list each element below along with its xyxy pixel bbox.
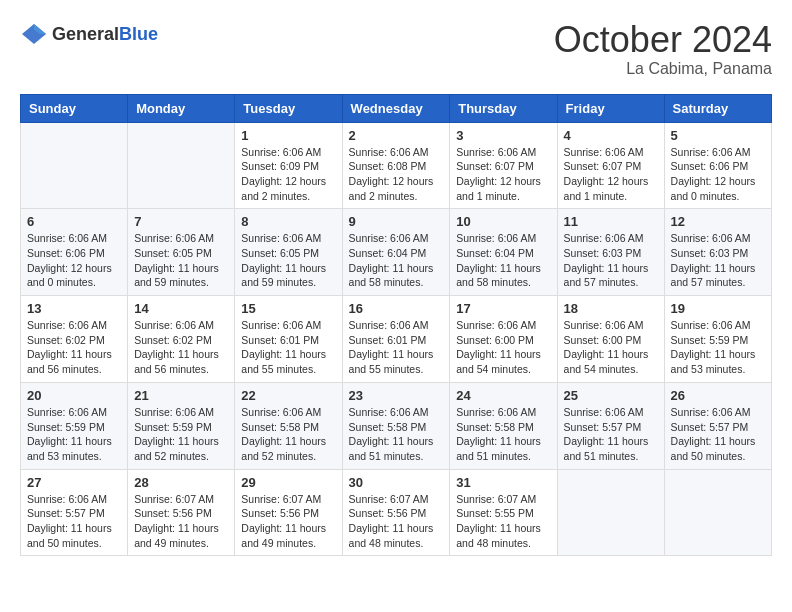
calendar-week-row: 1Sunrise: 6:06 AM Sunset: 6:09 PM Daylig… <box>21 122 772 209</box>
calendar-cell: 25Sunrise: 6:06 AM Sunset: 5:57 PM Dayli… <box>557 382 664 469</box>
calendar-cell: 30Sunrise: 6:07 AM Sunset: 5:56 PM Dayli… <box>342 469 450 556</box>
calendar-cell <box>21 122 128 209</box>
weekday-header: Monday <box>128 94 235 122</box>
month-title: October 2024 <box>554 20 772 60</box>
calendar-cell <box>664 469 771 556</box>
day-number: 13 <box>27 301 121 316</box>
logo-icon <box>20 20 48 48</box>
day-info: Sunrise: 6:06 AM Sunset: 6:06 PM Dayligh… <box>671 145 765 204</box>
calendar-cell: 8Sunrise: 6:06 AM Sunset: 6:05 PM Daylig… <box>235 209 342 296</box>
day-number: 4 <box>564 128 658 143</box>
logo-general: General <box>52 24 119 44</box>
calendar-cell: 29Sunrise: 6:07 AM Sunset: 5:56 PM Dayli… <box>235 469 342 556</box>
calendar-cell: 28Sunrise: 6:07 AM Sunset: 5:56 PM Dayli… <box>128 469 235 556</box>
day-number: 14 <box>134 301 228 316</box>
logo-blue: Blue <box>119 24 158 44</box>
day-number: 2 <box>349 128 444 143</box>
calendar-cell: 20Sunrise: 6:06 AM Sunset: 5:59 PM Dayli… <box>21 382 128 469</box>
calendar-cell: 11Sunrise: 6:06 AM Sunset: 6:03 PM Dayli… <box>557 209 664 296</box>
calendar-cell: 24Sunrise: 6:06 AM Sunset: 5:58 PM Dayli… <box>450 382 557 469</box>
day-number: 30 <box>349 475 444 490</box>
calendar-cell: 2Sunrise: 6:06 AM Sunset: 6:08 PM Daylig… <box>342 122 450 209</box>
day-info: Sunrise: 6:06 AM Sunset: 6:07 PM Dayligh… <box>564 145 658 204</box>
calendar-week-row: 13Sunrise: 6:06 AM Sunset: 6:02 PM Dayli… <box>21 296 772 383</box>
day-info: Sunrise: 6:06 AM Sunset: 6:03 PM Dayligh… <box>564 231 658 290</box>
day-number: 29 <box>241 475 335 490</box>
day-number: 22 <box>241 388 335 403</box>
day-number: 23 <box>349 388 444 403</box>
calendar-table: SundayMondayTuesdayWednesdayThursdayFrid… <box>20 94 772 557</box>
calendar-cell: 14Sunrise: 6:06 AM Sunset: 6:02 PM Dayli… <box>128 296 235 383</box>
calendar-cell: 22Sunrise: 6:06 AM Sunset: 5:58 PM Dayli… <box>235 382 342 469</box>
day-number: 9 <box>349 214 444 229</box>
day-number: 20 <box>27 388 121 403</box>
calendar-cell: 13Sunrise: 6:06 AM Sunset: 6:02 PM Dayli… <box>21 296 128 383</box>
calendar-cell: 31Sunrise: 6:07 AM Sunset: 5:55 PM Dayli… <box>450 469 557 556</box>
day-info: Sunrise: 6:06 AM Sunset: 6:01 PM Dayligh… <box>349 318 444 377</box>
calendar-cell: 12Sunrise: 6:06 AM Sunset: 6:03 PM Dayli… <box>664 209 771 296</box>
calendar-week-row: 20Sunrise: 6:06 AM Sunset: 5:59 PM Dayli… <box>21 382 772 469</box>
page-header: GeneralBlue October 2024 La Cabima, Pana… <box>20 20 772 78</box>
day-info: Sunrise: 6:06 AM Sunset: 5:58 PM Dayligh… <box>456 405 550 464</box>
calendar-cell: 5Sunrise: 6:06 AM Sunset: 6:06 PM Daylig… <box>664 122 771 209</box>
weekday-header: Tuesday <box>235 94 342 122</box>
day-number: 15 <box>241 301 335 316</box>
day-number: 5 <box>671 128 765 143</box>
day-info: Sunrise: 6:06 AM Sunset: 6:02 PM Dayligh… <box>134 318 228 377</box>
day-info: Sunrise: 6:06 AM Sunset: 6:00 PM Dayligh… <box>456 318 550 377</box>
calendar-week-row: 6Sunrise: 6:06 AM Sunset: 6:06 PM Daylig… <box>21 209 772 296</box>
logo: GeneralBlue <box>20 20 158 48</box>
weekday-header: Saturday <box>664 94 771 122</box>
day-info: Sunrise: 6:06 AM Sunset: 5:58 PM Dayligh… <box>241 405 335 464</box>
calendar-cell: 7Sunrise: 6:06 AM Sunset: 6:05 PM Daylig… <box>128 209 235 296</box>
day-info: Sunrise: 6:07 AM Sunset: 5:56 PM Dayligh… <box>241 492 335 551</box>
calendar-cell <box>128 122 235 209</box>
day-info: Sunrise: 6:07 AM Sunset: 5:56 PM Dayligh… <box>134 492 228 551</box>
day-number: 24 <box>456 388 550 403</box>
location: La Cabima, Panama <box>554 60 772 78</box>
title-block: October 2024 La Cabima, Panama <box>554 20 772 78</box>
day-info: Sunrise: 6:06 AM Sunset: 5:57 PM Dayligh… <box>671 405 765 464</box>
day-info: Sunrise: 6:06 AM Sunset: 5:59 PM Dayligh… <box>671 318 765 377</box>
day-number: 8 <box>241 214 335 229</box>
calendar-cell: 18Sunrise: 6:06 AM Sunset: 6:00 PM Dayli… <box>557 296 664 383</box>
calendar-cell: 26Sunrise: 6:06 AM Sunset: 5:57 PM Dayli… <box>664 382 771 469</box>
day-info: Sunrise: 6:06 AM Sunset: 6:08 PM Dayligh… <box>349 145 444 204</box>
day-number: 27 <box>27 475 121 490</box>
day-info: Sunrise: 6:07 AM Sunset: 5:55 PM Dayligh… <box>456 492 550 551</box>
calendar-cell: 1Sunrise: 6:06 AM Sunset: 6:09 PM Daylig… <box>235 122 342 209</box>
calendar-cell <box>557 469 664 556</box>
calendar-cell: 3Sunrise: 6:06 AM Sunset: 6:07 PM Daylig… <box>450 122 557 209</box>
day-number: 21 <box>134 388 228 403</box>
day-info: Sunrise: 6:06 AM Sunset: 6:05 PM Dayligh… <box>241 231 335 290</box>
day-number: 10 <box>456 214 550 229</box>
calendar-cell: 16Sunrise: 6:06 AM Sunset: 6:01 PM Dayli… <box>342 296 450 383</box>
calendar-cell: 10Sunrise: 6:06 AM Sunset: 6:04 PM Dayli… <box>450 209 557 296</box>
day-number: 25 <box>564 388 658 403</box>
calendar-cell: 9Sunrise: 6:06 AM Sunset: 6:04 PM Daylig… <box>342 209 450 296</box>
day-info: Sunrise: 6:06 AM Sunset: 5:58 PM Dayligh… <box>349 405 444 464</box>
calendar-cell: 4Sunrise: 6:06 AM Sunset: 6:07 PM Daylig… <box>557 122 664 209</box>
calendar-cell: 6Sunrise: 6:06 AM Sunset: 6:06 PM Daylig… <box>21 209 128 296</box>
day-info: Sunrise: 6:06 AM Sunset: 6:04 PM Dayligh… <box>349 231 444 290</box>
day-number: 11 <box>564 214 658 229</box>
day-info: Sunrise: 6:06 AM Sunset: 6:00 PM Dayligh… <box>564 318 658 377</box>
day-info: Sunrise: 6:06 AM Sunset: 5:59 PM Dayligh… <box>27 405 121 464</box>
calendar-cell: 19Sunrise: 6:06 AM Sunset: 5:59 PM Dayli… <box>664 296 771 383</box>
calendar-cell: 17Sunrise: 6:06 AM Sunset: 6:00 PM Dayli… <box>450 296 557 383</box>
weekday-header: Friday <box>557 94 664 122</box>
day-number: 7 <box>134 214 228 229</box>
day-number: 3 <box>456 128 550 143</box>
day-info: Sunrise: 6:06 AM Sunset: 5:59 PM Dayligh… <box>134 405 228 464</box>
day-number: 1 <box>241 128 335 143</box>
day-info: Sunrise: 6:06 AM Sunset: 5:57 PM Dayligh… <box>27 492 121 551</box>
day-info: Sunrise: 6:07 AM Sunset: 5:56 PM Dayligh… <box>349 492 444 551</box>
weekday-header: Sunday <box>21 94 128 122</box>
calendar-cell: 23Sunrise: 6:06 AM Sunset: 5:58 PM Dayli… <box>342 382 450 469</box>
day-info: Sunrise: 6:06 AM Sunset: 6:04 PM Dayligh… <box>456 231 550 290</box>
day-number: 16 <box>349 301 444 316</box>
day-info: Sunrise: 6:06 AM Sunset: 5:57 PM Dayligh… <box>564 405 658 464</box>
day-info: Sunrise: 6:06 AM Sunset: 6:06 PM Dayligh… <box>27 231 121 290</box>
calendar-cell: 27Sunrise: 6:06 AM Sunset: 5:57 PM Dayli… <box>21 469 128 556</box>
calendar-header-row: SundayMondayTuesdayWednesdayThursdayFrid… <box>21 94 772 122</box>
